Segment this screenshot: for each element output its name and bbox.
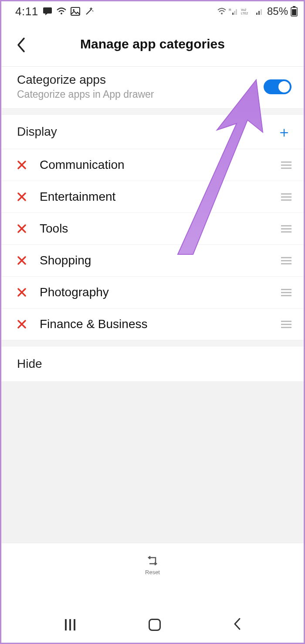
signal-r-icon: R [229,7,238,15]
signal-bars-icon [256,7,264,15]
navigation-bar [1,609,304,643]
back-button[interactable] [16,37,26,55]
svg-rect-11 [234,11,235,15]
add-category-button[interactable]: ＋ [277,124,291,139]
delete-category-button[interactable] [17,256,34,265]
categorize-labels: Categorize apps Categorize apps in App d… [17,73,154,100]
svg-rect-20 [292,9,296,15]
categorize-subtitle: Categorize apps in App drawer [17,89,154,100]
app-header: Manage app categories [1,21,304,67]
category-name: Communication [40,158,281,172]
svg-point-8 [221,13,223,14]
reset-label: Reset [145,569,160,575]
category-row[interactable]: Entertainment [1,181,304,213]
delete-category-button[interactable] [17,288,34,297]
category-name: Finance & Business [40,317,281,331]
signal-lte-icon: Vo2LTE2 [241,7,253,15]
svg-text:LTE2: LTE2 [241,12,248,15]
svg-rect-10 [232,13,234,15]
category-row[interactable]: Communication [1,149,304,181]
notification-message-icon [43,7,52,16]
drag-handle-icon[interactable] [281,161,291,169]
status-right: R Vo2LTE2 85% [217,5,298,17]
categorize-title: Categorize apps [17,73,154,87]
display-section-header: Display ＋ [1,115,304,149]
category-row[interactable]: Tools [1,213,304,245]
svg-point-1 [61,13,62,14]
svg-line-7 [92,10,93,11]
svg-text:Vo2: Vo2 [241,8,246,11]
nav-home-button[interactable] [149,619,161,631]
delete-category-button[interactable] [17,224,34,233]
svg-text:R: R [229,8,231,12]
reset-row: Reset [1,543,304,587]
category-row[interactable]: Finance & Business [1,308,304,340]
svg-rect-16 [258,11,260,15]
svg-rect-17 [261,9,262,15]
category-name: Photography [40,285,281,299]
section-gap [1,340,304,346]
drag-handle-icon[interactable] [281,225,291,233]
delete-category-button[interactable] [17,160,34,170]
toggle-knob [278,81,290,92]
category-name: Tools [40,222,281,236]
svg-rect-12 [236,9,237,15]
status-bar: 4:11 R Vo2LTE2 [1,1,304,21]
wifi-icon [217,8,226,15]
category-row[interactable]: Photography [1,277,304,308]
delete-category-button[interactable] [17,192,34,202]
category-name: Shopping [40,253,281,267]
hide-section-header: Hide [1,346,304,382]
status-left: 4:11 [15,5,94,18]
drag-handle-icon[interactable] [281,193,291,201]
nav-recents-button[interactable] [64,619,77,630]
wifi-icon [57,7,66,15]
svg-rect-0 [43,7,52,14]
page-title: Manage app categories [1,37,304,51]
reset-button[interactable]: Reset [145,555,160,575]
svg-line-4 [86,9,92,14]
section-gap [1,109,304,115]
status-time: 4:11 [15,5,38,18]
drag-handle-icon[interactable] [281,289,291,296]
delete-category-button[interactable] [17,319,34,329]
svg-rect-2 [71,7,80,15]
svg-rect-15 [256,13,258,15]
reset-icon [146,555,159,568]
display-label: Display [17,125,57,139]
wand-icon [85,7,94,16]
hide-empty-area [1,382,304,543]
categorize-toggle[interactable] [264,79,291,94]
battery-percent: 85% [267,5,288,17]
display-category-list: Communication Entertainment Tools Shoppi… [1,149,304,340]
categorize-row[interactable]: Categorize apps Categorize apps in App d… [1,67,304,109]
svg-point-3 [73,9,75,11]
category-row[interactable]: Shopping [1,245,304,277]
gallery-icon [71,7,80,16]
battery-icon [291,6,298,17]
nav-back-button[interactable] [233,617,241,632]
drag-handle-icon[interactable] [281,257,291,264]
device-frame: 4:11 R Vo2LTE2 [0,0,305,644]
category-name: Entertainment [40,190,281,204]
drag-handle-icon[interactable] [281,321,291,328]
